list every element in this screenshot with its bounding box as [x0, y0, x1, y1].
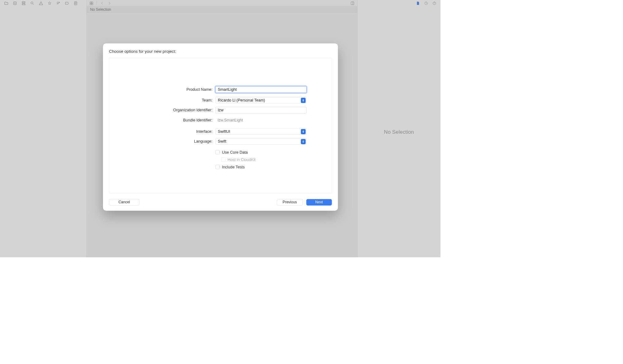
- related-items-icon[interactable]: [89, 1, 94, 5]
- product-name-label: Product Name:: [109, 87, 215, 92]
- interface-row: Interface: SwiftUI: [109, 128, 331, 135]
- inspector-body: No Selection: [357, 6, 441, 257]
- team-select[interactable]: Ricardo Li (Personal Team): [216, 97, 307, 103]
- xcode-window: No Selection No Selection Choose options…: [0, 0, 441, 257]
- jump-bar-text: No Selection: [90, 7, 111, 12]
- updown-icon: [301, 139, 306, 144]
- previous-button-label: Previous: [283, 200, 297, 205]
- cloudkit-checkbox: [221, 157, 225, 162]
- cancel-button[interactable]: Cancel: [109, 199, 140, 205]
- tests-checkbox[interactable]: [216, 165, 220, 169]
- org-id-label: Organization Identifier:: [109, 108, 215, 113]
- core-data-checkbox[interactable]: [216, 150, 220, 154]
- sheet-content: Product Name: Team: Ricardo Li (Personal…: [109, 58, 332, 193]
- language-select[interactable]: Swift: [216, 138, 307, 144]
- debug-navigator-icon[interactable]: [56, 1, 61, 6]
- symbol-navigator-icon[interactable]: [21, 1, 26, 6]
- org-id-input[interactable]: [216, 107, 307, 113]
- editor-options-icon[interactable]: [350, 1, 355, 5]
- svg-rect-9: [90, 3, 91, 5]
- forward-icon[interactable]: [107, 1, 112, 5]
- team-select-value: Ricardo Li (Personal Team): [218, 98, 265, 102]
- report-navigator-icon[interactable]: [73, 1, 78, 6]
- updown-icon: [301, 129, 306, 134]
- history-inspector-icon[interactable]: [424, 1, 428, 6]
- options-form: Product Name: Team: Ricardo Li (Personal…: [109, 85, 331, 170]
- next-button[interactable]: Next: [306, 199, 332, 205]
- svg-rect-1: [22, 2, 25, 3]
- navigator-tab-bar: [0, 0, 86, 6]
- updown-icon: [301, 98, 306, 103]
- new-project-options-sheet: Choose options for your new project: Pro…: [103, 43, 338, 211]
- svg-rect-8: [92, 2, 93, 3]
- interface-select[interactable]: SwiftUI: [216, 128, 307, 135]
- svg-rect-11: [351, 2, 354, 5]
- toolbar-divider: [97, 1, 97, 5]
- cancel-button-label: Cancel: [118, 200, 130, 205]
- svg-point-3: [31, 2, 33, 4]
- org-id-row: Organization Identifier:: [109, 106, 331, 114]
- language-row: Language: Swift: [109, 138, 331, 145]
- interface-label: Interface:: [109, 129, 215, 134]
- back-icon[interactable]: [100, 1, 104, 5]
- cloudkit-check-label: Host in CloudKit: [227, 157, 255, 162]
- inspector-tab-bar: [357, 0, 441, 6]
- language-label: Language:: [109, 139, 215, 144]
- issue-navigator-icon[interactable]: [39, 1, 44, 6]
- help-inspector-icon[interactable]: [432, 1, 437, 6]
- bundle-id-value: lzw.SmartLight: [216, 118, 243, 122]
- core-data-check-row[interactable]: Use Core Data: [216, 149, 307, 155]
- svg-rect-10: [92, 3, 93, 5]
- tests-check-row[interactable]: Include Tests: [216, 164, 307, 170]
- product-name-input[interactable]: [216, 86, 307, 93]
- jump-bar[interactable]: No Selection: [87, 6, 357, 13]
- svg-rect-7: [90, 2, 91, 3]
- inspector-panel: No Selection: [357, 0, 440, 257]
- svg-point-4: [57, 2, 59, 4]
- svg-rect-2: [22, 4, 25, 5]
- team-label: Team:: [109, 98, 215, 102]
- team-row: Team: Ricardo Li (Personal Team): [109, 97, 331, 104]
- svg-point-5: [59, 2, 60, 2]
- checkbox-block: Use Core Data Host in CloudKit Include T…: [109, 149, 331, 170]
- cloudkit-check-row: Host in CloudKit: [221, 157, 307, 162]
- product-name-row: Product Name:: [109, 85, 331, 94]
- language-select-value: Swift: [218, 139, 227, 144]
- core-data-check-label: Use Core Data: [222, 150, 248, 155]
- inspector-no-selection: No Selection: [384, 129, 414, 135]
- sheet-footer: Cancel Previous Next: [109, 193, 332, 206]
- sheet-title: Choose options for your new project:: [109, 49, 332, 54]
- file-inspector-icon[interactable]: [416, 1, 420, 6]
- previous-button[interactable]: Previous: [277, 199, 303, 205]
- bundle-id-row: Bundle Identifier: lzw.SmartLight: [109, 117, 331, 124]
- find-navigator-icon[interactable]: [30, 1, 35, 6]
- editor-toolbar: [87, 0, 357, 6]
- project-navigator-icon[interactable]: [4, 1, 9, 6]
- tests-check-label: Include Tests: [222, 165, 245, 169]
- source-control-navigator-icon[interactable]: [13, 1, 17, 6]
- interface-select-value: SwiftUI: [218, 129, 230, 134]
- bundle-id-label: Bundle Identifier:: [109, 118, 215, 122]
- navigator-panel: [0, 0, 87, 257]
- next-button-label: Next: [315, 200, 323, 205]
- breakpoint-navigator-icon[interactable]: [65, 1, 70, 6]
- test-navigator-icon[interactable]: [47, 1, 52, 6]
